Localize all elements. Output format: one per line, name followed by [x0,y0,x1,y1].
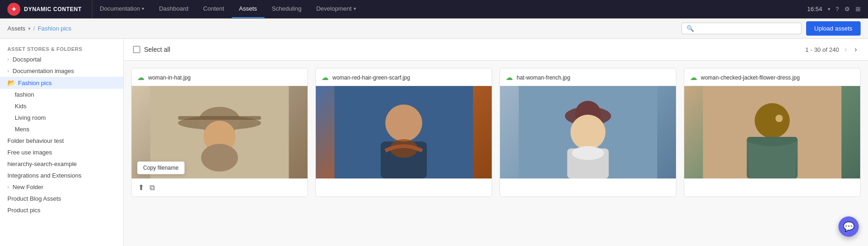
asset-card-footer [500,178,676,186]
chevron-down-icon: ▾ [828,6,830,12]
content-toolbar: Select all 1 - 30 of 240 ‹ › [124,39,868,61]
upload-assets-button[interactable]: Upload assets [806,21,861,36]
breadcrumb-separator: / [33,25,35,32]
asset-card[interactable]: ☁ woman-red-hair-green-scarf.jpg [315,68,492,197]
asset-card-footer [684,178,860,186]
asset-card-header: ☁ woman-checked-jacket-fllower-dress.jpg [684,68,860,86]
sidebar-item-living-room[interactable]: Living room [0,112,123,123]
gear-icon[interactable]: ⚙ [844,6,850,12]
sidebar-item-label: Free use images [7,149,52,156]
sidebar-item-label: Kids [15,103,26,110]
nav-item-assets[interactable]: Assets [232,0,265,18]
svg-point-15 [572,146,604,160]
chevron-right-icon: › [7,57,9,62]
sidebar-item-docsportal[interactable]: › Docsportal [0,54,123,65]
logo-text: DYNAMIC CONTENT [24,6,82,12]
breadcrumb-arrow: ▾ [28,26,30,31]
folder-open-icon: 📂 [7,79,15,86]
nav-item-scheduling[interactable]: Scheduling [265,0,309,18]
nav-item-content[interactable]: Content [196,0,232,18]
sidebar-item-label: Product Blog Assets [7,195,61,202]
help-icon[interactable]: ? [836,6,839,12]
breadcrumb-assets[interactable]: Assets [7,25,25,32]
sub-header-right: 🔍 Upload assets [681,21,861,36]
svg-point-13 [571,115,606,150]
asset-image [684,86,860,178]
nav-item-dashboard[interactable]: Dashboard [151,0,196,18]
sidebar-item-label: Product pics [7,207,41,214]
sidebar-item-label: Mens [15,126,30,133]
nav-item-documentation[interactable]: Documentation ▾ [92,0,151,18]
sidebar-item-label: Documentation images [12,68,74,74]
asset-card[interactable]: ☁ woman-in-hat.jpg Copy filename [131,68,308,197]
chat-bubble-button[interactable]: 💬 [838,216,859,237]
asset-filename: woman-in-hat.jpg [148,74,191,81]
sidebar-item-label: Integrations and Extensions [7,172,81,179]
sidebar-item-new-folder[interactable]: › New Folder [0,181,123,193]
asset-card-footer: ⬆ ⧉ [132,178,307,197]
chevron-down-icon: ▾ [142,6,144,11]
sidebar-item-label: Folder behaviour test [7,137,64,144]
asset-image [316,86,492,178]
asset-image [500,86,676,178]
nav-time: 16:54 [807,6,822,12]
asset-card-footer [316,178,492,186]
chevron-right-icon: › [7,68,9,74]
cloud-icon: ☁ [690,73,697,82]
asset-filename: woman-checked-jacket-fllower-dress.jpg [701,74,800,81]
upload-icon[interactable]: ⬆ [137,182,145,193]
sidebar-item-fashion[interactable]: fashion [0,89,123,100]
sidebar-item-mens[interactable]: Mens [0,123,123,135]
sidebar-item-product-blog-assets[interactable]: Product Blog Assets [0,193,123,204]
svg-point-4 [201,144,238,172]
cloud-icon: ☁ [321,73,329,82]
search-icon: 🔍 [687,25,694,32]
asset-grid: ☁ woman-in-hat.jpg Copy filename [124,61,868,204]
next-page-button[interactable]: › [853,44,859,55]
select-all-label: Select all [144,46,170,53]
asset-card[interactable]: ☁ hat-woman-french.jpg [500,68,676,197]
asset-card[interactable]: ☁ woman-checked-jacket-fllower-dress.jpg [684,68,861,197]
chevron-down-icon: ▾ [354,6,356,11]
asset-card-header: ☁ woman-red-hair-green-scarf.jpg [316,68,492,86]
top-navigation: ✦ DYNAMIC CONTENT Documentation ▾ Dashbo… [0,0,868,18]
nav-item-development[interactable]: Development ▾ [309,0,363,18]
cloud-icon: ☁ [506,73,513,82]
sidebar-item-label: fashion [15,91,34,98]
sidebar-item-label: Fashion pics [18,80,52,86]
nav-right: 16:54 ▾ ? ⚙ ⊞ [800,6,868,12]
prev-page-button[interactable]: ‹ [843,44,849,55]
search-box[interactable]: 🔍 [681,23,802,34]
select-all-checkbox[interactable] [133,46,140,53]
sidebar-item-documentation-images[interactable]: › Documentation images [0,65,123,77]
nav-items: Documentation ▾ Dashboard Content Assets… [92,0,800,18]
chat-icon: 💬 [843,221,855,232]
breadcrumb: Assets ▾ / Fashion pics [7,25,72,32]
sidebar-item-label: Living room [15,114,46,121]
sidebar-item-free-use-images[interactable]: Free use images [0,147,123,158]
content-area: Select all 1 - 30 of 240 ‹ › ☁ woman-in-… [124,39,868,246]
cloud-icon: ☁ [137,73,145,82]
pagination-text: 1 - 30 of 240 [805,46,839,53]
sidebar-item-label: New Folder [12,184,43,191]
asset-card-header: ☁ woman-in-hat.jpg [132,68,307,86]
search-input[interactable] [697,25,796,32]
sub-header: Assets ▾ / Fashion pics 🔍 Upload assets [0,18,868,39]
sidebar-item-label: Docsportal [12,56,41,63]
svg-rect-5 [178,116,261,120]
chevron-right-icon: › [7,184,9,190]
logo[interactable]: ✦ DYNAMIC CONTENT [0,0,92,18]
sidebar-item-integrations[interactable]: Integrations and Extensions [0,170,123,181]
sidebar-item-folder-behaviour-test[interactable]: Folder behaviour test [0,135,123,147]
asset-filename: hat-woman-french.jpg [517,74,570,81]
pagination: 1 - 30 of 240 ‹ › [805,44,859,55]
select-all-area[interactable]: Select all [133,46,170,53]
sidebar-item-hierarchy-search[interactable]: hierarchy-search-example [0,158,123,170]
copy-icon[interactable]: ⧉ [149,183,156,193]
logo-icon: ✦ [7,3,20,16]
sidebar-item-kids[interactable]: Kids [0,100,123,112]
grid-icon[interactable]: ⊞ [856,6,861,12]
sidebar-item-product-pics[interactable]: Product pics [0,204,123,216]
sidebar: Asset stores & folders › Docsportal › Do… [0,39,124,246]
sidebar-item-fashion-pics[interactable]: 📂 Fashion pics [0,77,123,89]
